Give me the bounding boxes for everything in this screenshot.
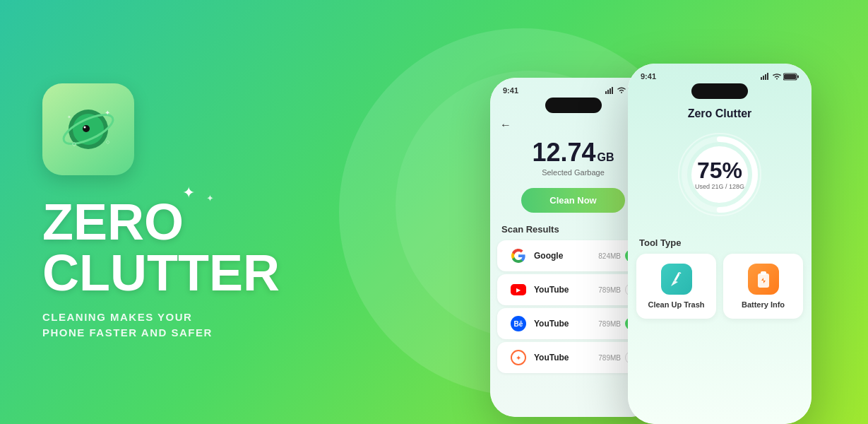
- svg-text:✦: ✦: [67, 114, 71, 119]
- storage-number: 12.74: [532, 140, 595, 165]
- safari-logo: ✦: [511, 350, 526, 365]
- behance-logo: Bē: [511, 316, 526, 331]
- status-time-front: 9:41: [641, 72, 656, 81]
- tool-name-battery: Battery Info: [742, 300, 785, 309]
- battery-tool-icon: [748, 264, 779, 295]
- youtube-name-1: YouTube: [534, 285, 598, 295]
- status-bar-front: 9:41: [628, 64, 811, 83]
- svg-text:◇: ◇: [72, 141, 77, 147]
- google-icon: [509, 246, 528, 266]
- svg-rect-18: [765, 74, 766, 80]
- app-icon: ✦ ✦ ◇ ◇: [42, 83, 134, 175]
- svg-point-4: [84, 126, 86, 128]
- svg-rect-28: [674, 273, 680, 281]
- youtube-size-1: 789MB: [598, 286, 621, 294]
- svg-rect-17: [763, 76, 764, 80]
- gauge-inner: 75% Used 21G / 128G: [695, 159, 744, 190]
- notch-back: [545, 98, 602, 113]
- svg-rect-16: [761, 77, 762, 80]
- svg-rect-29: [758, 273, 769, 288]
- svg-rect-10: [607, 90, 609, 94]
- scan-item-google: Google 824MB ✓: [497, 240, 649, 271]
- tool-card-battery[interactable]: Battery Info: [723, 254, 803, 319]
- signal-icon: [605, 87, 615, 94]
- storage-unit: GB: [598, 151, 614, 164]
- status-time-back: 9:41: [503, 86, 518, 95]
- front-screen-title: Zero Clutter: [628, 105, 811, 129]
- svg-text:◇: ◇: [106, 139, 110, 144]
- app-icon-svg: ✦ ✦ ◇ ◇: [57, 98, 120, 161]
- signal-icon-front: [761, 73, 771, 80]
- svg-point-20: [776, 78, 778, 80]
- battery-icon-front: [783, 73, 799, 81]
- svg-rect-12: [612, 87, 613, 94]
- google-size: 824MB: [598, 252, 621, 260]
- battery-svg-icon: [756, 270, 771, 288]
- svg-rect-22: [784, 74, 796, 79]
- google-name: Google: [534, 251, 598, 261]
- gauge-sublabel: Used 21G / 128G: [695, 183, 744, 190]
- trash-tool-icon: [661, 264, 692, 295]
- svg-rect-11: [610, 88, 611, 94]
- star-icon-small: ✦: [206, 193, 214, 204]
- app-subtitle: CLEANING MAKES YOUR PHONE FASTER AND SAF…: [42, 310, 297, 341]
- behance-icon: Bē: [509, 314, 528, 334]
- left-section: ✦ ✦ ◇ ◇ ✦ ✦ ZERO CLUTTER CLEANING MAKES …: [42, 0, 297, 424]
- youtube-icon-1: ▶: [509, 280, 528, 300]
- app-title-clutter: CLUTTER: [42, 247, 297, 298]
- phone-front: 9:41: [628, 64, 811, 424]
- tool-card-trash[interactable]: Clean Up Trash: [636, 254, 716, 319]
- tool-type-title: Tool Type: [628, 232, 811, 254]
- svg-rect-19: [767, 73, 768, 80]
- status-icons-front: [761, 73, 799, 81]
- svg-rect-30: [761, 271, 766, 275]
- scan-item-behance: Bē YouTube 789MB ✓: [497, 308, 649, 339]
- safari-icon: ✦: [509, 348, 528, 367]
- svg-rect-23: [797, 75, 799, 78]
- app-title-zero: ZERO: [42, 196, 297, 247]
- youtube-logo-1: ▶: [511, 284, 526, 295]
- phones-container: 9:41: [490, 64, 811, 424]
- safari-size: 789MB: [598, 354, 621, 362]
- behance-size: 789MB: [598, 320, 621, 328]
- gauge-circle: 75% Used 21G / 128G: [674, 129, 766, 220]
- back-arrow-icon: ←: [500, 119, 511, 131]
- wifi-icon-front: [773, 73, 781, 80]
- clean-now-button[interactable]: Clean Now: [521, 188, 624, 213]
- tool-grid: Clean Up Trash Battery Info: [628, 254, 811, 319]
- behance-name: YouTube: [534, 319, 598, 329]
- svg-text:✦: ✦: [105, 109, 110, 117]
- scan-item-safari: ✦ YouTube 789MB: [497, 342, 649, 373]
- scan-item-youtube1: ▶ YouTube 789MB: [497, 274, 649, 305]
- wifi-icon: [617, 87, 626, 94]
- gauge-percent: 75%: [695, 159, 744, 182]
- svg-point-3: [83, 125, 90, 132]
- svg-rect-9: [605, 91, 607, 94]
- notch-front: [691, 83, 748, 99]
- safari-name: YouTube: [534, 353, 598, 363]
- star-icon-large: ✦: [182, 184, 195, 202]
- broom-icon: [668, 271, 685, 288]
- tool-name-trash: Clean Up Trash: [648, 300, 704, 309]
- phone-front-screen: 9:41: [628, 64, 811, 424]
